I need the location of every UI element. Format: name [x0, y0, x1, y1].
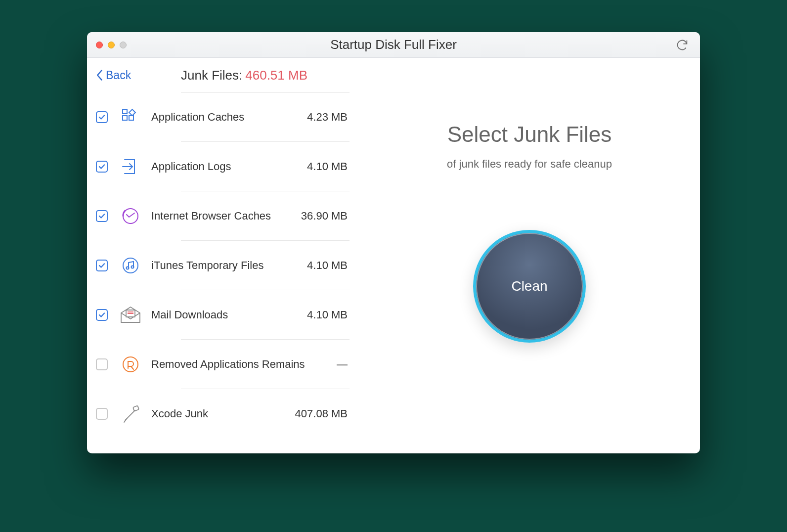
main-panel: Select Junk Files of junk files ready fo…: [359, 58, 700, 453]
list-item-label: Application Caches: [151, 111, 244, 124]
main-title: Select Junk Files: [447, 122, 612, 147]
window-title: Startup Disk Full Fixer: [87, 37, 700, 52]
removed-apps-icon: [120, 354, 141, 375]
junk-files-label: Junk Files:: [181, 68, 242, 83]
list-item-label: Application Logs: [151, 160, 231, 173]
itunes-temp-icon: [120, 255, 141, 276]
sidebar: Back Junk Files: 460.51 MB: [87, 58, 359, 453]
list-item-label: iTunes Temporary Files: [151, 259, 263, 272]
close-window-button[interactable]: [96, 42, 103, 48]
checkbox[interactable]: [96, 358, 108, 370]
list-item[interactable]: Xcode Junk 407.08 MB: [87, 389, 358, 439]
list-item[interactable]: Internet Browser Caches 36.90 MB: [87, 191, 358, 241]
checkbox[interactable]: [96, 161, 108, 173]
list-item-label: Mail Downloads: [151, 309, 228, 321]
list-item[interactable]: Mail Downloads 4.10 MB: [87, 290, 358, 340]
list-item-label: Internet Browser Caches: [151, 210, 271, 222]
clean-button-label: Clean: [511, 278, 547, 294]
svg-rect-2: [129, 116, 133, 120]
maximize-window-button[interactable]: [120, 42, 127, 48]
mail-downloads-icon: [120, 304, 141, 326]
browser-caches-icon: [120, 205, 141, 227]
minimize-window-button[interactable]: [108, 42, 115, 48]
junk-files-size: 460.51 MB: [245, 68, 307, 83]
titlebar: Startup Disk Full Fixer: [87, 32, 700, 58]
xcode-junk-icon: [120, 403, 141, 425]
svg-rect-1: [123, 116, 127, 120]
back-button[interactable]: Back: [96, 69, 131, 82]
svg-rect-13: [133, 406, 139, 411]
list-item-size: 4.23 MB: [307, 111, 348, 124]
checkbox[interactable]: [96, 408, 108, 420]
app-window: Startup Disk Full Fixer Back Junk Fil: [87, 32, 700, 453]
svg-rect-3: [129, 109, 135, 116]
svg-point-12: [123, 357, 138, 372]
list-item-size: 4.10 MB: [307, 309, 348, 321]
list-item-label: Xcode Junk: [151, 407, 208, 420]
list-item[interactable]: iTunes Temporary Files 4.10 MB: [87, 241, 358, 290]
list-item-size: 36.90 MB: [301, 210, 348, 222]
list-item-size: 4.10 MB: [307, 259, 348, 272]
list-item-size: 4.10 MB: [307, 160, 348, 173]
list-item[interactable]: Application Caches 4.23 MB: [87, 92, 358, 142]
window-body: Back Junk Files: 460.51 MB: [87, 58, 700, 453]
checkbox[interactable]: [96, 260, 108, 271]
back-label: Back: [106, 69, 131, 82]
app-caches-icon: [120, 106, 141, 128]
checkbox[interactable]: [96, 210, 108, 222]
window-title-bold: Fixer: [428, 37, 457, 52]
list-item[interactable]: Application Logs 4.10 MB: [87, 142, 358, 191]
traffic-lights: [87, 42, 127, 48]
clean-button[interactable]: Clean: [473, 230, 586, 343]
junk-category-list: Application Caches 4.23 MB Application L…: [87, 92, 358, 453]
list-item-size: —: [337, 358, 348, 371]
junk-files-summary: Junk Files: 460.51 MB: [181, 68, 347, 83]
svg-point-6: [127, 267, 129, 269]
svg-point-7: [131, 266, 134, 268]
list-item-size: 407.08 MB: [295, 407, 348, 420]
refresh-icon[interactable]: [675, 38, 689, 52]
main-subtitle: of junk files ready for safe cleanup: [447, 158, 612, 171]
list-item-label: Removed Applications Remains: [151, 358, 305, 371]
app-logs-icon: [120, 156, 141, 177]
svg-rect-0: [123, 109, 127, 114]
checkbox[interactable]: [96, 309, 108, 321]
svg-point-5: [123, 258, 138, 273]
list-item[interactable]: Removed Applications Remains —: [87, 340, 358, 389]
window-title-prefix: Startup Disk Full: [330, 37, 425, 52]
checkbox[interactable]: [96, 111, 108, 123]
sidebar-header: Back Junk Files: 460.51 MB: [87, 58, 358, 92]
